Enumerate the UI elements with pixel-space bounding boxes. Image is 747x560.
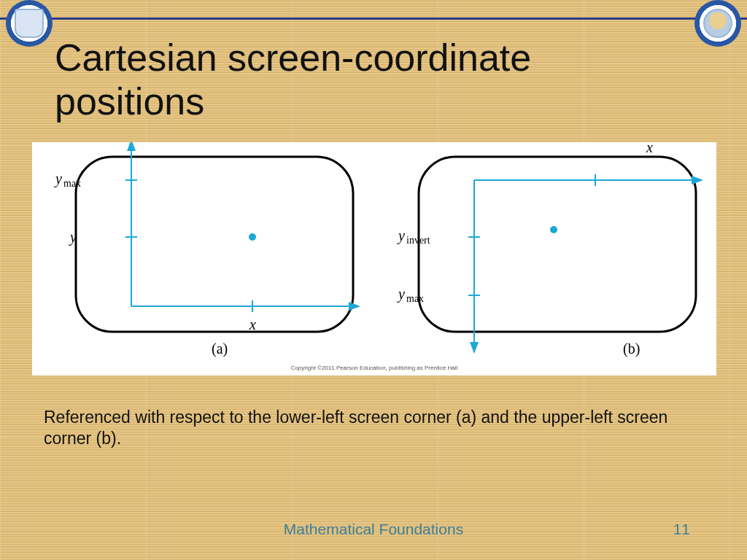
caption-text: Referenced with respect to the lower-lef…	[44, 407, 700, 449]
figure-panel: y max y x (a) x y invert y max (b)	[32, 142, 716, 376]
university-logo-right	[694, 0, 741, 47]
svg-point-19	[550, 226, 557, 233]
top-rule	[0, 18, 747, 20]
svg-text:(b): (b)	[623, 341, 640, 357]
diagram-a: y max y x (a)	[54, 142, 359, 357]
svg-point-6	[249, 233, 256, 241]
svg-text:invert: invert	[406, 235, 430, 246]
svg-text:y: y	[397, 286, 405, 303]
footer-title: Mathematical Foundations	[0, 521, 747, 538]
svg-text:y: y	[69, 229, 77, 246]
slide-title: Cartesian screen-coordinate positions	[55, 36, 653, 124]
svg-text:max: max	[406, 293, 424, 304]
university-logo-left	[6, 0, 53, 47]
svg-rect-12	[419, 157, 696, 332]
svg-text:x: x	[646, 142, 653, 155]
diagram-b: x y invert y max (b)	[397, 142, 702, 357]
svg-text:y: y	[54, 171, 62, 187]
svg-text:x: x	[249, 316, 256, 332]
page-number: 11	[673, 521, 690, 538]
svg-text:(a): (a)	[212, 341, 228, 357]
svg-text:max: max	[63, 178, 81, 189]
figure-copyright: Copyright ©2011 Pearson Education, publi…	[32, 365, 716, 371]
svg-text:y: y	[397, 228, 405, 244]
